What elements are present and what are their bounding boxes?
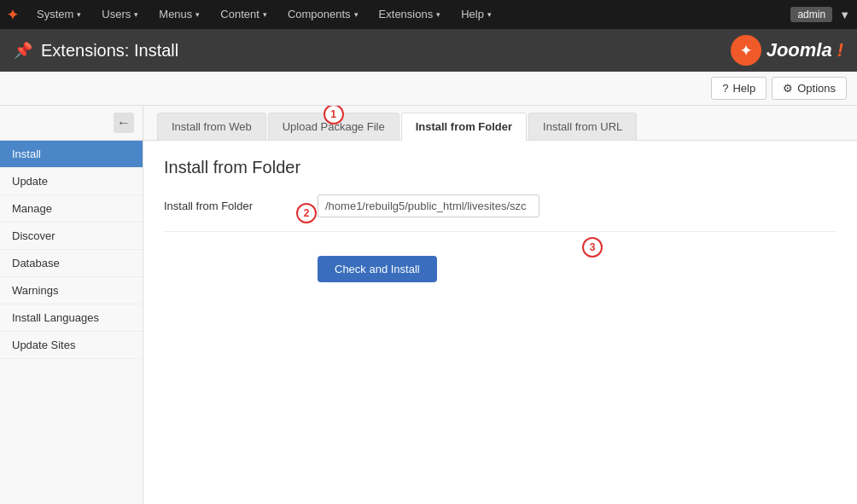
user-badge[interactable]: admin	[790, 7, 832, 22]
sidebar-item-manage[interactable]: Manage	[0, 195, 143, 223]
help-arrow: ▾	[487, 0, 492, 29]
nav-system[interactable]: System ▾	[28, 0, 90, 29]
content-area: Install from Folder Install from Folder …	[143, 141, 857, 310]
sidebar-item-discover[interactable]: Discover	[0, 223, 143, 250]
joomla-logo-text: Joomla	[767, 39, 832, 61]
joomla-logo-icon: ✦	[731, 35, 761, 66]
annotation-2: 2	[296, 203, 317, 223]
tabs-bar: Install from Web 1 Upload Package File I…	[143, 106, 857, 141]
nav-menus[interactable]: Menus ▾	[150, 0, 208, 29]
options-button[interactable]: ⚙ Options	[772, 77, 847, 100]
content-panel: Install from Web 1 Upload Package File I…	[143, 106, 857, 504]
main-layout: ← Install Update Manage Discover Databas…	[0, 106, 857, 504]
users-arrow: ▾	[134, 0, 138, 29]
nav-extensions[interactable]: Extensions ▾	[370, 0, 450, 29]
nav-components[interactable]: Components ▾	[279, 0, 367, 29]
folder-label: Install from Folder	[164, 200, 318, 212]
tab-wrapper-upload-package: 1 Upload Package File	[268, 113, 399, 140]
joomla-logo-exclaim: !	[837, 39, 843, 61]
nav-content[interactable]: Content ▾	[212, 0, 276, 29]
help-button[interactable]: ? Help	[711, 77, 767, 100]
top-navbar: ✦ System ▾ Users ▾ Menus ▾ Content ▾ Com…	[0, 0, 857, 29]
sidebar-item-update[interactable]: Update	[0, 168, 143, 195]
sidebar-item-warnings[interactable]: Warnings	[0, 277, 143, 304]
header-bar: 📌 Extensions: Install ✦ Joomla!	[0, 29, 857, 72]
extensions-arrow: ▾	[436, 0, 440, 29]
sidebar-collapse-area: ←	[0, 106, 143, 141]
system-arrow: ▾	[77, 0, 81, 29]
sidebar-collapse-button[interactable]: ←	[114, 113, 134, 133]
annotation-3: 3	[582, 237, 603, 258]
sidebar-item-install-languages[interactable]: Install Languages	[0, 304, 143, 332]
menus-arrow: ▾	[195, 0, 200, 29]
nav-users[interactable]: Users ▾	[93, 0, 147, 29]
folder-form-row: Install from Folder 2	[164, 194, 837, 232]
page-title: Extensions: Install	[41, 41, 731, 61]
gear-icon: ⚙	[783, 82, 793, 95]
components-arrow: ▾	[354, 0, 359, 29]
user-area: admin ▼	[790, 7, 850, 22]
check-and-install-button[interactable]: Check and Install	[318, 256, 437, 282]
sidebar-item-update-sites[interactable]: Update Sites	[0, 332, 143, 359]
tab-install-from-web[interactable]: Install from Web	[157, 113, 266, 140]
user-icon[interactable]: ▼	[839, 9, 850, 21]
extensions-icon: 📌	[14, 41, 32, 60]
sidebar: ← Install Update Manage Discover Databas…	[0, 106, 143, 504]
content-arrow: ▾	[263, 0, 267, 29]
sidebar-item-database[interactable]: Database	[0, 250, 143, 277]
tab-install-from-folder[interactable]: Install from Folder	[401, 113, 527, 141]
joomla-small-logo: ✦	[7, 7, 18, 23]
tab-install-from-url[interactable]: Install from URL	[528, 113, 637, 140]
toolbar: ? Help ⚙ Options	[0, 72, 857, 106]
sidebar-item-install[interactable]: Install	[0, 141, 143, 168]
help-icon: ?	[722, 82, 728, 95]
tab-wrapper-install-from-web: Install from Web	[157, 113, 266, 140]
content-title: Install from Folder	[164, 158, 837, 177]
folder-input[interactable]	[318, 194, 539, 217]
joomla-logo: ✦ Joomla!	[731, 35, 843, 66]
nav-help[interactable]: Help ▾	[452, 0, 500, 29]
button-area: 3 Check and Install	[164, 246, 837, 293]
